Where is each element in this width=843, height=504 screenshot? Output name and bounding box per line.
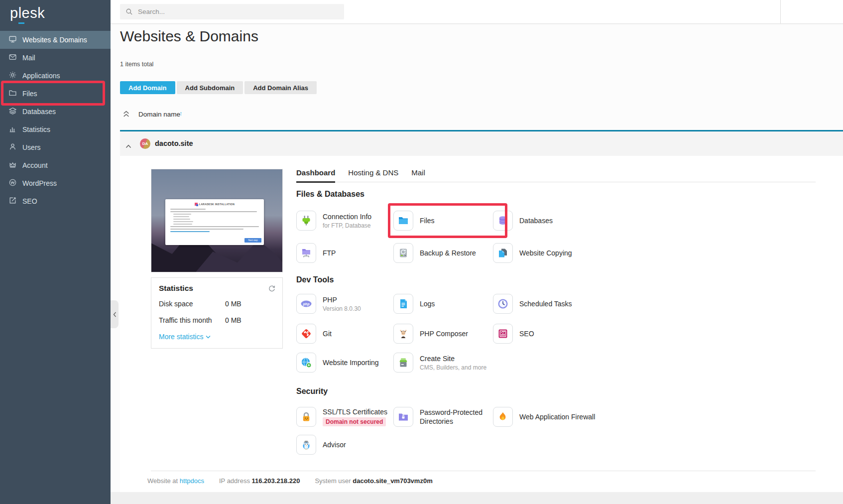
tabbar: Dashboard Hosting & DNS Mail bbox=[296, 168, 425, 183]
search-box bbox=[120, 4, 344, 19]
item-ssl-certificates[interactable]: SSL/TLS Certificates Domain not secured bbox=[296, 407, 387, 427]
git-icon bbox=[296, 324, 316, 344]
item-git[interactable]: Git bbox=[296, 324, 332, 344]
item-scheduled-tasks[interactable]: Scheduled Tasks bbox=[493, 294, 572, 314]
globe-import-icon bbox=[296, 353, 316, 373]
column-header-domain-name[interactable]: Domain name bbox=[138, 111, 180, 118]
sidebar-item-label: WordPress bbox=[22, 179, 57, 187]
refresh-icon[interactable] bbox=[268, 284, 276, 294]
item-website-importing[interactable]: Website Importing bbox=[296, 353, 379, 373]
item-sublabel: CMS, Builders, and more bbox=[420, 364, 486, 371]
tab-dashboard[interactable]: Dashboard bbox=[296, 168, 335, 183]
item-label: Scheduled Tasks bbox=[519, 300, 572, 308]
item-connection-info[interactable]: Connection Info for FTP, Database bbox=[296, 211, 371, 231]
domain-not-secured-badge: Domain not secured bbox=[323, 417, 386, 426]
item-label: Databases bbox=[519, 217, 553, 225]
tab-hosting-dns[interactable]: Hosting & DNS bbox=[348, 168, 398, 183]
stat-row: Disk space 0 MB bbox=[159, 300, 241, 308]
toolbar: Add Domain Add Subdomain Add Domain Alia… bbox=[120, 81, 318, 94]
copy-pages-icon bbox=[493, 243, 513, 263]
add-domain-alias-button[interactable]: Add Domain Alias bbox=[244, 81, 317, 94]
sidebar-nav: Websites & Domains Mail Applications Fil… bbox=[0, 31, 111, 210]
trend-icon bbox=[8, 196, 17, 206]
sidebar-item-label: Users bbox=[22, 143, 41, 151]
sidebar-item-account[interactable]: Account bbox=[0, 156, 111, 174]
httpdocs-link[interactable]: httpdocs bbox=[180, 477, 204, 485]
sidebar-item-mail[interactable]: Mail bbox=[0, 49, 111, 67]
section-title-files-databases: Files & Databases bbox=[296, 190, 364, 199]
top-bar bbox=[111, 0, 843, 24]
preview-dialog-button: Next step bbox=[244, 238, 261, 243]
stat-label: Disk space bbox=[159, 300, 225, 308]
item-advisor[interactable]: Advisor bbox=[296, 435, 346, 455]
ip-label: IP address bbox=[219, 477, 250, 485]
sidebar-item-label: Account bbox=[22, 161, 48, 169]
item-php[interactable]: php PHP Version 8.0.30 bbox=[296, 294, 361, 314]
section-title-dev-tools: Dev Tools bbox=[296, 275, 334, 284]
svg-text:php: php bbox=[303, 302, 310, 306]
sidebar-item-websites-domains[interactable]: Websites & Domains bbox=[0, 31, 111, 49]
wordpress-icon bbox=[8, 178, 17, 188]
item-password-protected-directories[interactable]: Password-Protected Directories bbox=[393, 407, 487, 427]
add-subdomain-button[interactable]: Add Subdomain bbox=[177, 81, 243, 94]
preview-dialog: LARADESK INSTALLATION Next step bbox=[165, 199, 264, 245]
domain-row: DA dacoto.site bbox=[120, 131, 843, 156]
item-backup-restore[interactable]: Backup & Restore bbox=[393, 243, 476, 263]
flame-icon bbox=[493, 407, 513, 427]
collapse-all-icon[interactable] bbox=[123, 111, 129, 120]
ip-value: 116.203.218.220 bbox=[252, 477, 300, 485]
item-logs[interactable]: Logs bbox=[393, 294, 435, 314]
system-user: System user dacoto.site_vm703vmz0m bbox=[315, 477, 432, 485]
item-label: Advisor bbox=[323, 441, 346, 449]
item-create-site[interactable]: Create Site CMS, Builders, and more bbox=[393, 353, 486, 373]
stat-value: 0 MB bbox=[225, 300, 241, 308]
item-label: SSL/TLS Certificates bbox=[323, 408, 387, 416]
card-footer-divider bbox=[151, 471, 816, 471]
item-seo[interactable]: SEO bbox=[493, 324, 534, 344]
system-user-label: System user bbox=[315, 477, 351, 485]
preview-dialog-title: LARADESK INSTALLATION bbox=[199, 203, 235, 206]
more-statistics-link[interactable]: More statistics bbox=[159, 333, 211, 341]
site-preview-thumbnail[interactable]: LARADESK INSTALLATION Next step bbox=[151, 169, 283, 272]
stat-label: Traffic this month bbox=[159, 316, 225, 324]
item-label: Connection Info bbox=[323, 213, 371, 221]
topbar-divider bbox=[780, 0, 781, 23]
sidebar-item-label: Statistics bbox=[22, 126, 50, 133]
item-label: Website Importing bbox=[323, 359, 379, 367]
sidebar-item-seo[interactable]: SEO bbox=[0, 192, 111, 210]
item-website-copying[interactable]: Website Copying bbox=[493, 243, 572, 263]
sort-ascending-icon[interactable]: ↑ bbox=[179, 110, 183, 117]
tab-mail[interactable]: Mail bbox=[411, 168, 425, 183]
stat-value: 0 MB bbox=[225, 316, 241, 324]
gear-icon bbox=[8, 71, 17, 81]
crown-icon bbox=[8, 160, 17, 170]
user-icon bbox=[8, 142, 17, 152]
item-ftp[interactable]: FTP bbox=[296, 243, 336, 263]
sidebar-item-label: Websites & Domains bbox=[22, 36, 87, 44]
item-label: Logs bbox=[420, 300, 435, 308]
padlock-face-icon bbox=[296, 407, 316, 427]
sidebar-item-statistics[interactable]: Statistics bbox=[0, 121, 111, 138]
item-php-composer[interactable]: PHP Composer bbox=[393, 324, 468, 344]
sidebar-item-wordpress[interactable]: WordPress bbox=[0, 174, 111, 192]
item-label: Website Copying bbox=[519, 249, 572, 257]
collapse-row-icon[interactable] bbox=[125, 141, 131, 150]
owl-icon bbox=[296, 435, 316, 455]
item-web-application-firewall[interactable]: Web Application Firewall bbox=[493, 407, 595, 427]
monitor-icon bbox=[8, 35, 17, 45]
items-total: 1 items total bbox=[120, 61, 153, 68]
page-title: Websites & Domains bbox=[120, 28, 258, 45]
statistics-title: Statistics bbox=[159, 284, 193, 293]
system-user-value: dacoto.site_vm703vmz0m bbox=[353, 477, 432, 485]
item-label: SEO bbox=[519, 330, 534, 338]
sidebar-item-users[interactable]: Users bbox=[0, 138, 111, 156]
sidebar-collapse-handle[interactable] bbox=[111, 300, 119, 328]
card-footer: Website at httpdocs IP address 116.203.2… bbox=[147, 477, 433, 485]
plesk-logo-underline bbox=[18, 22, 24, 24]
search-input[interactable] bbox=[120, 4, 344, 19]
sidebar-item-label: Applications bbox=[22, 72, 60, 80]
item-label: Git bbox=[323, 330, 332, 338]
mail-icon bbox=[8, 53, 17, 63]
add-domain-button[interactable]: Add Domain bbox=[120, 81, 175, 94]
bar-chart-icon bbox=[8, 125, 17, 134]
